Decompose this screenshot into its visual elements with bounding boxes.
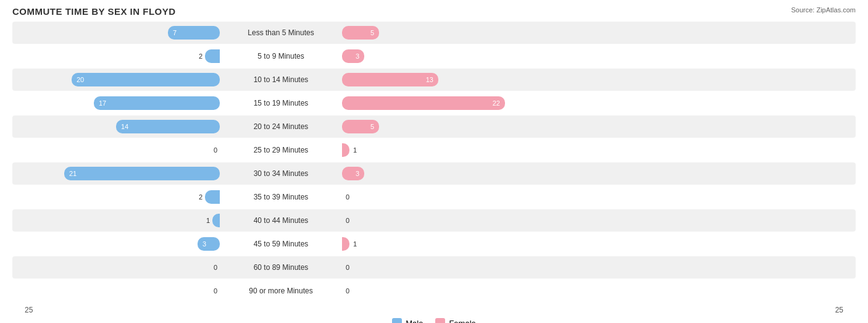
axis-labels: 25 25	[12, 303, 856, 314]
male-value-outside: 2	[199, 52, 202, 60]
male-bar: 7	[168, 26, 220, 40]
male-bar: 20	[72, 73, 220, 86]
male-value-outside: 1	[206, 217, 210, 224]
row-label: 15 to 19 Minutes	[222, 99, 340, 107]
legend-male: Male	[392, 318, 423, 323]
chart-row: 140 to 44 Minutes0	[12, 209, 856, 232]
female-bar: 3	[342, 167, 364, 180]
female-value: 3	[351, 170, 364, 177]
row-label: 20 to 24 Minutes	[222, 122, 340, 131]
male-bar: 3	[198, 237, 220, 251]
chart-row: 2130 to 34 Minutes3	[12, 162, 856, 185]
legend-female-label: Female	[449, 319, 475, 324]
female-bar: 3	[342, 49, 364, 63]
row-label: Less than 5 Minutes	[222, 28, 340, 37]
female-value-outside: 0	[346, 193, 349, 201]
chart-row: 7Less than 5 Minutes5	[12, 22, 856, 44]
row-label: 30 to 34 Minutes	[222, 169, 340, 178]
female-value: 3	[351, 52, 364, 60]
female-bar	[342, 143, 349, 157]
chart-row: 025 to 29 Minutes1	[12, 139, 856, 161]
female-value-outside: 0	[346, 287, 349, 295]
legend-female-box	[435, 318, 445, 323]
source-text: Source: ZipAtlas.com	[791, 6, 856, 14]
row-label: 60 to 89 Minutes	[222, 263, 340, 272]
chart-row: 25 to 9 Minutes3	[12, 45, 856, 67]
male-bar	[205, 49, 220, 63]
male-value-outside: 2	[199, 193, 202, 201]
row-label: 90 or more Minutes	[222, 287, 340, 295]
male-bar: 21	[64, 167, 220, 180]
legend-male-label: Male	[406, 319, 423, 324]
female-value: 22	[488, 99, 505, 107]
row-label: 10 to 14 Minutes	[222, 75, 340, 84]
female-value: 5	[365, 29, 379, 36]
row-label: 5 to 9 Minutes	[222, 52, 340, 61]
male-value: 17	[94, 99, 111, 107]
male-bar	[205, 190, 220, 204]
female-value-outside: 1	[353, 146, 357, 154]
male-value: 21	[64, 170, 81, 177]
female-bar: 5	[342, 120, 379, 133]
chart-row: 1715 to 19 Minutes22	[12, 92, 856, 114]
female-value-outside: 0	[346, 217, 349, 224]
row-label: 45 to 59 Minutes	[222, 240, 340, 248]
female-value: 13	[421, 76, 438, 83]
male-value: 14	[116, 123, 133, 130]
chart-title: COMMUTE TIME BY SEX IN FLOYD	[12, 6, 856, 17]
row-label: 35 to 39 Minutes	[222, 193, 340, 201]
female-bar	[342, 237, 349, 251]
chart-row: 2010 to 14 Minutes13	[12, 69, 856, 91]
chart-container: COMMUTE TIME BY SEX IN FLOYD Source: Zip…	[0, 0, 868, 323]
axis-right: 25	[835, 306, 843, 314]
female-value-outside: 1	[353, 240, 357, 248]
chart-row: 090 or more Minutes0	[12, 280, 856, 302]
chart-row: 060 to 89 Minutes0	[12, 256, 856, 279]
female-value-outside: 0	[346, 264, 349, 271]
male-value-outside: 0	[214, 264, 217, 271]
male-value: 20	[72, 76, 89, 83]
male-bar	[212, 214, 220, 227]
chart-row: 235 to 39 Minutes0	[12, 186, 856, 208]
male-bar: 14	[116, 120, 220, 133]
chart-row: 1420 to 24 Minutes5	[12, 115, 856, 138]
female-bar: 5	[342, 26, 379, 40]
male-value-outside: 0	[214, 146, 217, 154]
axis-left: 25	[25, 306, 33, 314]
male-value: 7	[168, 29, 182, 36]
female-bar: 22	[342, 96, 505, 110]
legend-female: Female	[435, 318, 475, 323]
bars-area: 7Less than 5 Minutes525 to 9 Minutes3201…	[12, 22, 856, 302]
legend: Male Female	[12, 318, 856, 323]
male-value: 3	[198, 240, 211, 248]
female-value: 5	[365, 123, 379, 130]
male-bar: 17	[94, 96, 220, 110]
row-label: 40 to 44 Minutes	[222, 216, 340, 225]
legend-male-box	[392, 318, 402, 323]
female-bar: 13	[342, 73, 438, 86]
male-value-outside: 0	[214, 287, 217, 295]
chart-row: 345 to 59 Minutes1	[12, 233, 856, 255]
row-label: 25 to 29 Minutes	[222, 146, 340, 154]
